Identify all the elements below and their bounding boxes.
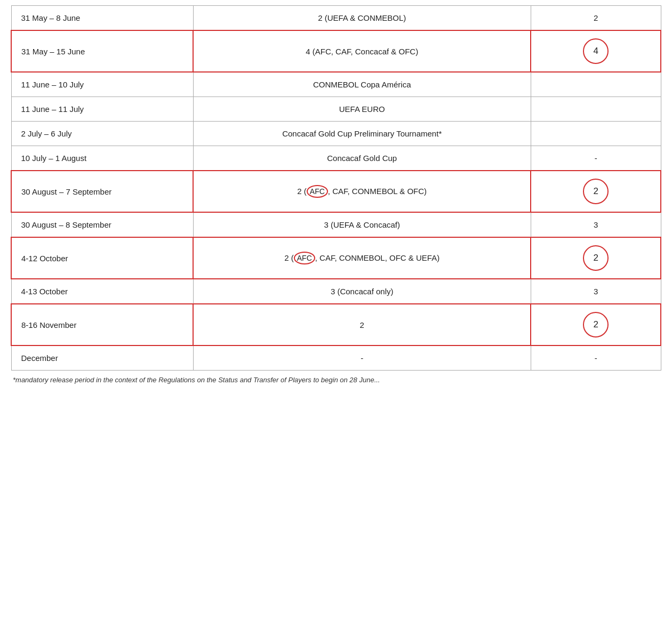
date-cell: 31 May – 8 June <box>11 6 193 31</box>
date-cell: 30 August – 8 September <box>11 212 193 237</box>
event-cell: 4 (AFC, CAF, Concacaf & OFC) <box>193 30 531 72</box>
date-cell: 11 June – 11 July <box>11 97 193 122</box>
event-cell: 2 (AFC, CAF, CONMEBOL & OFC) <box>193 171 531 212</box>
count-cell: 2 <box>531 237 661 279</box>
count-cell <box>531 72 661 97</box>
count-cell: 3 <box>531 212 661 237</box>
event-cell: - <box>193 345 531 371</box>
date-cell: 10 July – 1 August <box>11 146 193 171</box>
count-cell: 2 <box>531 304 661 345</box>
date-cell: 4-13 October <box>11 279 193 304</box>
event-cell: Concacaf Gold Cup Preliminary Tournament… <box>193 122 531 146</box>
date-cell: 2 July – 6 July <box>11 122 193 146</box>
table-row: 2 July – 6 JulyConcacaf Gold Cup Prelimi… <box>11 122 661 146</box>
date-cell: 4-12 October <box>11 237 193 279</box>
count-cell: 3 <box>531 279 661 304</box>
table-row: 8-16 November22 <box>11 304 661 345</box>
circled-count: 2 <box>583 179 609 204</box>
event-cell: 2 (UEFA & CONMEBOL) <box>193 6 531 31</box>
event-cell: Concacaf Gold Cup <box>193 146 531 171</box>
count-cell: 4 <box>531 30 661 72</box>
event-cell: 2 (AFC, CAF, CONMEBOL, OFC & UEFA) <box>193 237 531 279</box>
event-cell: CONMEBOL Copa América <box>193 72 531 97</box>
circled-count: 2 <box>583 245 609 271</box>
count-cell <box>531 122 661 146</box>
date-cell: 8-16 November <box>11 304 193 345</box>
circled-word: AFC <box>307 185 328 198</box>
table-row: 4-13 October3 (Concacaf only)3 <box>11 279 661 304</box>
footnote: *mandatory release period in the context… <box>11 376 661 384</box>
count-cell: 2 <box>531 6 661 31</box>
circled-word: AFC <box>294 252 315 264</box>
table-row: December-- <box>11 345 661 371</box>
table-row: 31 May – 8 June2 (UEFA & CONMEBOL)2 <box>11 6 661 31</box>
table-row: 11 June – 10 JulyCONMEBOL Copa América <box>11 72 661 97</box>
schedule-table: 31 May – 8 June2 (UEFA & CONMEBOL)231 Ma… <box>11 5 661 371</box>
table-row: 10 July – 1 AugustConcacaf Gold Cup- <box>11 146 661 171</box>
date-cell: 31 May – 15 June <box>11 30 193 72</box>
date-cell: 30 August – 7 September <box>11 171 193 212</box>
event-cell: 2 <box>193 304 531 345</box>
count-cell: - <box>531 146 661 171</box>
count-cell: - <box>531 345 661 371</box>
count-cell <box>531 97 661 122</box>
event-cell: UEFA EURO <box>193 97 531 122</box>
table-row: 30 August – 8 September3 (UEFA & Concaca… <box>11 212 661 237</box>
count-cell: 2 <box>531 171 661 212</box>
date-cell: December <box>11 345 193 371</box>
table-row: 11 June – 11 JulyUEFA EURO <box>11 97 661 122</box>
circled-count: 2 <box>583 312 609 337</box>
event-cell: 3 (Concacaf only) <box>193 279 531 304</box>
table-wrapper: 31 May – 8 June2 (UEFA & CONMEBOL)231 Ma… <box>0 0 672 395</box>
circled-count: 4 <box>583 38 609 64</box>
date-cell: 11 June – 10 July <box>11 72 193 97</box>
table-row: 31 May – 15 June4 (AFC, CAF, Concacaf & … <box>11 30 661 72</box>
event-cell: 3 (UEFA & Concacaf) <box>193 212 531 237</box>
table-row: 30 August – 7 September2 (AFC, CAF, CONM… <box>11 171 661 212</box>
table-row: 4-12 October2 (AFC, CAF, CONMEBOL, OFC &… <box>11 237 661 279</box>
